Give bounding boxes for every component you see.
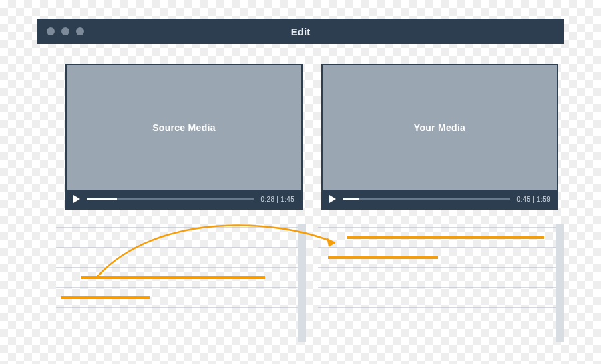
your-progress-fill [343,198,359,200]
window-zoom-button[interactable] [76,27,84,35]
timeline-lane[interactable] [318,307,564,327]
scrollbar-vertical[interactable] [556,224,564,342]
source-progress-fill [87,198,117,200]
your-timeline[interactable] [318,227,564,342]
your-progress-bar[interactable] [343,198,510,200]
timeline-lane[interactable] [318,267,564,287]
your-video-canvas[interactable]: Your Media [323,65,557,190]
timeline-lane[interactable] [318,287,564,307]
source-video-canvas[interactable]: Source Media [67,65,301,190]
timeline-clip[interactable] [328,256,439,259]
your-video-pane: Your Media 0:45 | 1:59 [321,64,558,210]
window-minimize-button[interactable] [61,27,69,35]
video-panes: Source Media 0:28 | 1:45 Your Media 0:45… [65,64,558,210]
source-timeline[interactable] [56,227,302,342]
your-video-controls: 0:45 | 1:59 [323,190,557,208]
source-time-display: 0:28 | 1:45 [261,196,294,203]
window-titlebar: Edit [37,19,564,44]
your-video-label: Your Media [414,122,465,133]
timeline-lane[interactable] [56,247,302,267]
window-controls [47,27,84,35]
timelines [56,227,564,342]
timeline-clip[interactable] [81,276,265,279]
play-icon[interactable] [73,195,80,203]
timeline-clip[interactable] [61,296,149,299]
source-video-pane: Source Media 0:28 | 1:45 [65,64,303,210]
source-video-controls: 0:28 | 1:45 [67,190,301,208]
play-icon[interactable] [329,195,336,203]
source-video-label: Source Media [152,122,216,133]
source-progress-bar[interactable] [87,198,254,200]
timeline-lane[interactable] [56,307,302,327]
timeline-clip[interactable] [347,236,544,239]
scrollbar-vertical[interactable] [298,224,306,342]
window-close-button[interactable] [47,27,55,35]
your-time-display: 0:45 | 1:59 [517,196,550,203]
window-title: Edit [37,26,564,37]
timeline-lane[interactable] [56,227,302,247]
